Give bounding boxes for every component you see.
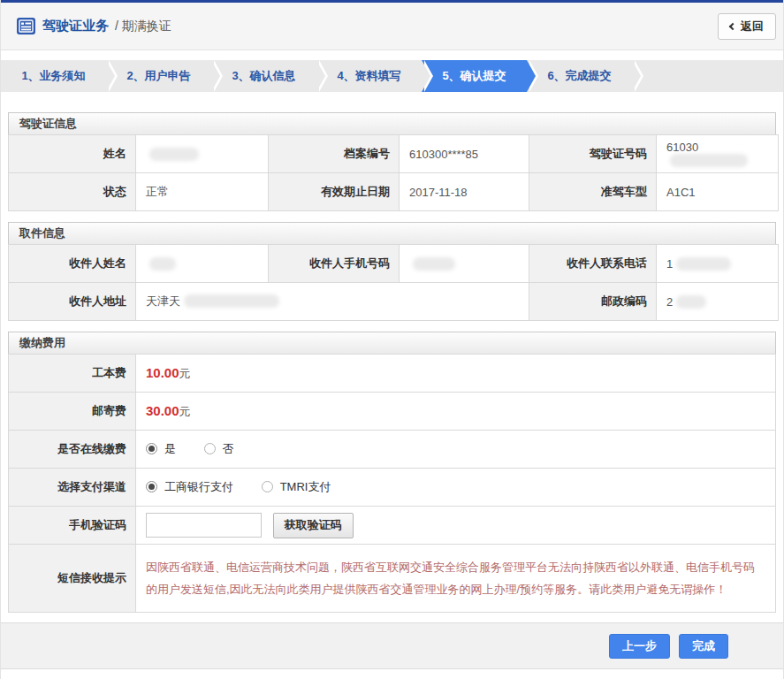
chevron-left-icon	[729, 22, 736, 29]
radio-unchecked-icon[interactable]	[204, 443, 216, 454]
table-row: 短信接收提示 因陕西省联通、电信运营商技术问题，陕西省互联网交通安全综合服务管理…	[9, 545, 776, 613]
recipient-mobile-value	[400, 245, 529, 283]
step-bar-filler	[632, 60, 783, 92]
table-row: 手机验证码 获取验证码	[9, 507, 776, 545]
recipient-phone-value: 1	[657, 245, 779, 283]
expiry-label: 有效期止日期	[269, 173, 400, 211]
status-label: 状态	[9, 173, 136, 211]
page: 驾驶证业务 / 期满换证 返回 1、业务须知 2、用户申告 3、确认信息 4、资…	[0, 0, 784, 679]
step-confirm-submit[interactable]: 5、确认提交	[422, 60, 527, 92]
address-prefix: 天津天	[146, 294, 180, 308]
card-fee-amount: 10.00	[146, 365, 179, 380]
main-content: 驾驶证信息 姓名 档案编号 610300****85 驾驶证号码 61030 状…	[8, 112, 776, 613]
recipient-phone-prefix: 1	[666, 257, 673, 271]
sms-code-input[interactable]	[146, 513, 262, 538]
step-confirm-info[interactable]: 3、确认信息	[211, 60, 316, 92]
radio-checked-icon[interactable]	[146, 443, 157, 454]
file-number-value: 610300****85	[400, 135, 529, 173]
page-header: 驾驶证业务 / 期满换证 返回	[1, 3, 783, 50]
redacted-recipient-phone	[676, 257, 731, 271]
finish-button[interactable]: 完成	[679, 634, 728, 659]
postal-label: 邮政编码	[529, 283, 657, 321]
file-number-label: 档案编号	[269, 135, 400, 173]
table-row: 姓名 档案编号 610300****85 驾驶证号码 61030	[9, 135, 779, 173]
license-info-section: 驾驶证信息 姓名 档案编号 610300****85 驾驶证号码 61030 状…	[8, 112, 776, 211]
redacted-license-number	[670, 154, 748, 167]
payment-header: 缴纳费用	[8, 332, 776, 354]
online-pay-no-option[interactable]: 否	[204, 441, 234, 457]
sms-tip-text: 因陕西省联通、电信运营商技术问题，陕西省互联网交通安全综合服务管理平台无法向持陕…	[136, 545, 776, 613]
vehicle-class-value: A1C1	[657, 173, 779, 211]
get-code-button[interactable]: 获取验证码	[273, 513, 354, 538]
online-pay-label: 是否在线缴费	[9, 431, 136, 469]
payment-table: 工本费 10.00元 邮寄费 30.00元 是否在线缴费 是 否 选择支付渠道	[8, 354, 776, 613]
table-row: 邮寄费 30.00元	[9, 393, 776, 431]
redacted-address	[184, 294, 279, 308]
footer-action-bar: 上一步 完成	[1, 622, 783, 669]
pickup-info-section: 取件信息 收件人姓名 收件人手机号码 收件人联系电话 1 收件人地址 天津天	[8, 222, 776, 321]
step-business-notice[interactable]: 1、业务须知	[1, 60, 106, 92]
table-row: 收件人姓名 收件人手机号码 收件人联系电话 1	[9, 245, 779, 283]
status-value: 正常	[136, 173, 269, 211]
license-number-prefix: 61030	[666, 141, 698, 154]
back-button-label: 返回	[741, 19, 764, 34]
radio-checked-icon[interactable]	[146, 481, 157, 492]
table-row: 工本费 10.00元	[9, 355, 776, 393]
online-pay-yes-label: 是	[164, 441, 176, 457]
online-pay-no-label: 否	[223, 441, 234, 457]
license-form-icon	[17, 18, 35, 34]
table-row: 状态 正常 有效期止日期 2017-11-18 准驾车型 A1C1	[9, 173, 779, 211]
recipient-name-value	[136, 245, 269, 283]
postage-fee-value: 30.00元	[136, 393, 776, 431]
channel-icbc-label: 工商银行支付	[164, 479, 233, 495]
redacted-name	[149, 148, 199, 161]
recipient-mobile-label: 收件人手机号码	[269, 245, 400, 283]
table-row: 选择支付渠道 工商银行支付 TMRI支付	[9, 469, 776, 507]
name-value	[136, 135, 269, 173]
table-row: 是否在线缴费 是 否	[9, 431, 776, 469]
sms-tip-label: 短信接收提示	[9, 545, 136, 613]
postal-prefix: 2	[666, 295, 673, 309]
step-wizard: 1、业务须知 2、用户申告 3、确认信息 4、资料填写 5、确认提交 6、完成提…	[1, 60, 783, 92]
card-fee-unit: 元	[179, 367, 191, 380]
payment-section: 缴纳费用 工本费 10.00元 邮寄费 30.00元 是否在线缴费 是	[8, 332, 776, 613]
license-number-label: 驾驶证号码	[529, 135, 657, 173]
channel-tmri-option[interactable]: TMRI支付	[262, 479, 331, 495]
expiry-value: 2017-11-18	[400, 173, 529, 211]
recipient-phone-label: 收件人联系电话	[529, 245, 657, 283]
breadcrumb: / 期满换证	[115, 19, 171, 34]
address-label: 收件人地址	[9, 283, 136, 321]
channel-icbc-option[interactable]: 工商银行支付	[146, 479, 233, 495]
license-info-header: 驾驶证信息	[8, 112, 776, 134]
card-fee-value: 10.00元	[136, 355, 776, 393]
sms-code-field: 获取验证码	[136, 507, 776, 545]
license-info-table: 姓名 档案编号 610300****85 驾驶证号码 61030 状态 正常 有…	[8, 134, 779, 211]
sms-code-label: 手机验证码	[9, 507, 136, 545]
postage-fee-label: 邮寄费	[9, 393, 136, 431]
address-value: 天津天	[136, 283, 529, 321]
postage-fee-unit: 元	[179, 405, 191, 418]
license-number-value: 61030	[657, 135, 779, 173]
vehicle-class-label: 准驾车型	[529, 173, 657, 211]
redacted-recipient-name	[149, 257, 176, 271]
table-row: 收件人地址 天津天 邮政编码 2	[9, 283, 779, 321]
radio-unchecked-icon[interactable]	[262, 481, 273, 492]
step-user-declaration[interactable]: 2、用户申告	[106, 60, 211, 92]
online-pay-options: 是 否	[136, 431, 776, 469]
pickup-info-header: 取件信息	[8, 222, 776, 244]
recipient-name-label: 收件人姓名	[9, 245, 136, 283]
previous-step-button[interactable]: 上一步	[609, 634, 670, 659]
redacted-recipient-mobile	[413, 257, 455, 271]
postage-fee-amount: 30.00	[146, 403, 179, 418]
page-title: 驾驶证业务	[42, 18, 109, 34]
redacted-postal-code	[676, 295, 706, 309]
online-pay-yes-option[interactable]: 是	[146, 441, 176, 457]
postal-value: 2	[657, 283, 779, 321]
name-label: 姓名	[9, 135, 136, 173]
channel-label: 选择支付渠道	[9, 469, 136, 507]
step-complete-submit[interactable]: 6、完成提交	[527, 60, 632, 92]
step-data-fill[interactable]: 4、资料填写	[316, 60, 422, 92]
channel-tmri-label: TMRI支付	[280, 479, 331, 495]
back-button[interactable]: 返回	[718, 13, 776, 40]
pickup-info-table: 收件人姓名 收件人手机号码 收件人联系电话 1 收件人地址 天津天 邮政编码 2	[8, 244, 779, 321]
